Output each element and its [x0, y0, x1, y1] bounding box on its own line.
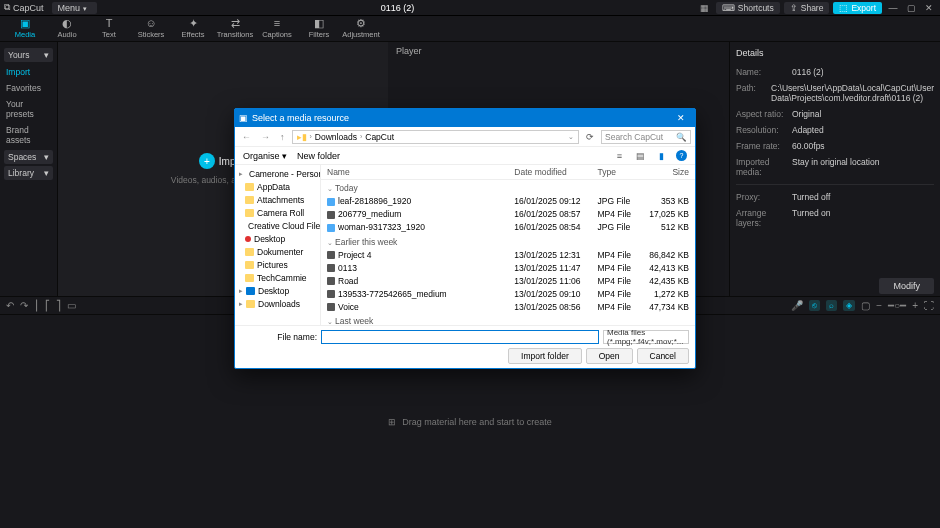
tree-node[interactable]: Attachments: [235, 193, 320, 206]
zoom-out-icon[interactable]: −: [876, 300, 882, 311]
filetype-dropdown[interactable]: Media files (*.mpg;*.f4v;*.mov;*...: [603, 330, 689, 344]
file-row[interactable]: leaf-2818896_192016/01/2025 09:12JPG Fil…: [321, 195, 695, 208]
file-row[interactable]: Road13/01/2025 11:06MP4 File42,435 KB: [321, 274, 695, 287]
import-icon: +: [199, 153, 215, 169]
tree-node[interactable]: Pictures: [235, 258, 320, 271]
shortcuts-button[interactable]: ⌨Shortcuts: [716, 2, 780, 14]
zoom-slider[interactable]: ━○━: [888, 300, 906, 311]
library-dropdown[interactable]: Library▾: [4, 166, 53, 180]
tree-node[interactable]: ▸Downloads: [235, 297, 320, 310]
cancel-button[interactable]: Cancel: [637, 348, 689, 364]
share-button[interactable]: ⇪Share: [784, 2, 830, 14]
tree-node[interactable]: Desktop: [235, 232, 320, 245]
file-icon: [327, 277, 335, 285]
layout-icon[interactable]: ▦: [698, 1, 712, 15]
tree-node[interactable]: ▸Desktop: [235, 284, 320, 297]
col-type[interactable]: Type: [592, 165, 640, 180]
cut-right-icon[interactable]: ⎤: [56, 300, 61, 311]
col-date[interactable]: Date modified: [508, 165, 591, 180]
sidebar-item-import[interactable]: Import: [2, 64, 55, 80]
file-row[interactable]: 011313/01/2025 11:47MP4 File42,413 KB: [321, 261, 695, 274]
nav-up-icon[interactable]: ↑: [277, 132, 288, 142]
sidebar-item-favorites[interactable]: Favorites: [2, 80, 55, 96]
maximize-icon[interactable]: ▢: [904, 1, 918, 15]
refresh-icon[interactable]: ⟳: [583, 132, 597, 142]
sidebar-item-brand[interactable]: Brand assets: [2, 122, 55, 148]
player-title: Player: [388, 42, 729, 60]
tree-label: Creative Cloud Files: [248, 221, 321, 231]
chevron-down-icon[interactable]: ⌄: [568, 133, 574, 141]
col-name[interactable]: Name: [321, 165, 508, 180]
chevron-right-icon: ›: [310, 133, 312, 140]
dialog-titlebar: ▣ Select a media resource ✕: [235, 109, 695, 127]
view-details-icon[interactable]: ▮: [657, 151, 666, 161]
modify-button[interactable]: Modify: [879, 278, 934, 294]
zoom-in-icon[interactable]: +: [912, 300, 918, 311]
help-icon[interactable]: ?: [676, 150, 687, 161]
col-size[interactable]: Size: [640, 165, 695, 180]
tab-filters[interactable]: ◧Filters: [298, 18, 340, 39]
open-button[interactable]: Open: [586, 348, 633, 364]
tree-node[interactable]: AppData: [235, 180, 320, 193]
sidebar-item-presets[interactable]: Your presets: [2, 96, 55, 122]
tab-stickers[interactable]: ☺Stickers: [130, 18, 172, 39]
spaces-dropdown[interactable]: Spaces▾: [4, 150, 53, 164]
tab-text[interactable]: TText: [88, 18, 130, 39]
tab-transitions[interactable]: ⇄Transitions: [214, 18, 256, 39]
file-row[interactable]: 206779_medium16/01/2025 08:57MP4 File17,…: [321, 208, 695, 221]
search-input[interactable]: Search CapCut🔍: [601, 130, 691, 144]
tree-node[interactable]: ▸Camerone - Personal: [235, 167, 320, 180]
dialog-close-icon[interactable]: ✕: [671, 113, 691, 123]
file-group[interactable]: ⌄Earlier this week: [321, 234, 695, 249]
tab-label: Effects: [182, 30, 205, 39]
nav-back-icon[interactable]: ←: [239, 132, 254, 142]
preview-icon[interactable]: ▢: [861, 300, 870, 311]
tree-label: TechCammie: [257, 273, 307, 283]
tab-adjustment[interactable]: ⚙Adjustment: [340, 18, 382, 39]
path-segment[interactable]: CapCut: [365, 132, 394, 142]
tab-audio[interactable]: ◐Audio: [46, 18, 88, 39]
file-dialog: ▣ Select a media resource ✕ ← → ↑ ▸▮ › D…: [234, 108, 696, 369]
tab-captions[interactable]: ≡Captions: [256, 18, 298, 39]
import-folder-button[interactable]: Import folder: [508, 348, 582, 364]
file-row[interactable]: woman-9317323_192016/01/2025 08:54JPG Fi…: [321, 221, 695, 234]
redo-icon[interactable]: ↷: [20, 300, 28, 311]
effects-icon: ✦: [189, 18, 198, 29]
delete-icon[interactable]: ▭: [67, 300, 76, 311]
path-bar[interactable]: ▸▮ › Downloads › CapCut ⌄: [292, 130, 580, 144]
file-row[interactable]: Voice13/01/2025 08:56MP4 File47,734 KB: [321, 300, 695, 313]
split-icon[interactable]: ⎮: [34, 300, 39, 311]
view-list-icon[interactable]: ≡: [615, 151, 624, 161]
tree-node[interactable]: Camera Roll: [235, 206, 320, 219]
minimize-icon[interactable]: —: [886, 1, 900, 15]
file-group[interactable]: ⌄Last week: [321, 313, 695, 325]
file-row[interactable]: Project 413/01/2025 12:31MP4 File86,842 …: [321, 248, 695, 261]
snap-icon[interactable]: ◈: [843, 300, 855, 311]
chevron-down-icon: ⌄: [327, 185, 333, 192]
new-folder-button[interactable]: New folder: [297, 151, 340, 161]
file-row[interactable]: 139533-772542665_medium13/01/2025 09:10M…: [321, 287, 695, 300]
menu-button[interactable]: Menu: [52, 2, 98, 14]
export-button[interactable]: ⬚Export: [833, 2, 882, 14]
nav-forward-icon[interactable]: →: [258, 132, 273, 142]
capcut-icon: ⧉: [4, 2, 10, 13]
tree-node[interactable]: Creative Cloud Files: [235, 219, 320, 232]
path-segment[interactable]: Downloads: [315, 132, 357, 142]
mic-icon[interactable]: 🎤: [791, 300, 803, 311]
close-icon[interactable]: ✕: [922, 1, 936, 15]
keyboard-icon: ⌨: [722, 3, 735, 13]
file-group[interactable]: ⌄Today: [321, 180, 695, 195]
tree-node[interactable]: Dokumenter: [235, 245, 320, 258]
tab-media[interactable]: ▣Media: [4, 18, 46, 39]
link-icon[interactable]: ⎋: [809, 300, 820, 311]
organise-menu[interactable]: Organise ▾: [243, 151, 287, 161]
magnet-icon[interactable]: ⌕: [826, 300, 837, 311]
view-compact-icon[interactable]: ▤: [634, 151, 647, 161]
tab-effects[interactable]: ✦Effects: [172, 18, 214, 39]
cut-left-icon[interactable]: ⎡: [45, 300, 50, 311]
tree-node[interactable]: TechCammie: [235, 271, 320, 284]
fit-icon[interactable]: ⛶: [924, 300, 934, 311]
yours-dropdown[interactable]: Yours▾: [4, 48, 53, 62]
filename-input[interactable]: [321, 330, 599, 344]
undo-icon[interactable]: ↶: [6, 300, 14, 311]
